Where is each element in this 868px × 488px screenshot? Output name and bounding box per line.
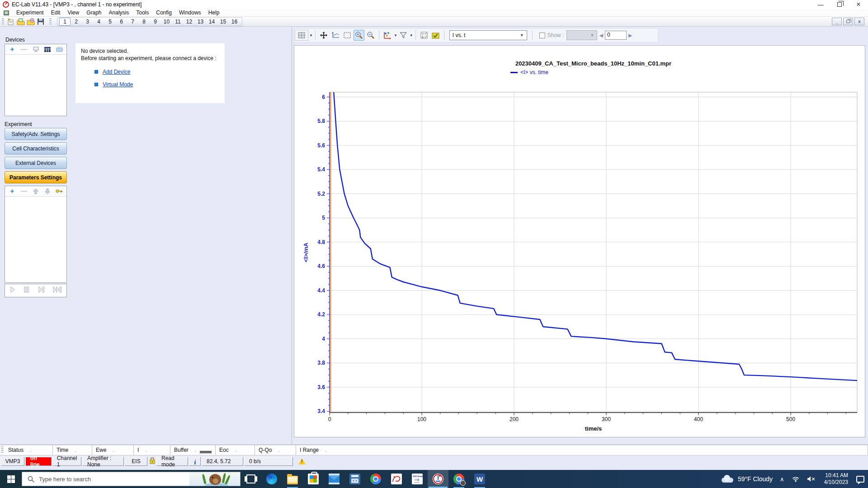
next-arrow-icon[interactable]: ▶ [628,33,632,38]
action-center-icon[interactable] [856,476,864,483]
devices-list[interactable] [5,55,66,113]
wifi-icon[interactable] [792,476,800,482]
add-device-icon[interactable]: + [9,46,16,52]
task-view-button[interactable] [241,470,261,488]
menu-item-graph[interactable]: Graph [83,9,105,16]
mdi-minimize-button[interactable]: _ [832,18,842,25]
chart-plot[interactable]: 01002003004005003.43.63.844.24.44.64.855… [294,46,865,437]
variables-selection-icon[interactable]: VE [419,30,429,41]
restore-button[interactable] [830,0,849,9]
new-experiment-icon[interactable] [6,18,15,26]
filter-icon[interactable] [398,30,409,41]
toolbar-grip [49,18,52,25]
channel-button-8[interactable]: 8 [138,18,150,25]
taskbar-ec-lab[interactable] [428,470,448,488]
taskbar-chrome-profile[interactable] [448,470,469,488]
key-icon[interactable] [56,188,63,194]
status-field-eoc: Eoc [219,447,229,453]
graph-type-combo[interactable]: I vs. t ▼ [449,30,527,40]
device-table-icon[interactable] [44,46,51,52]
minimize-button[interactable]: — [811,0,830,9]
cycle-counter-input[interactable]: 0 [605,31,627,40]
channel-button-11[interactable]: 11 [172,18,184,25]
technique-list[interactable] [5,197,66,282]
zoom-out-icon[interactable] [365,30,376,41]
experiment-button-cell-characteristics[interactable]: Cell Characteristics [5,142,67,155]
channel-button-7[interactable]: 7 [127,18,138,25]
channel-button-16[interactable]: 16 [229,18,240,25]
next-icon[interactable] [38,286,45,293]
channel-button-4[interactable]: 4 [93,18,104,25]
graph-layout-icon[interactable] [295,30,308,41]
clock[interactable]: 10:41 AM 4/10/2023 [824,472,848,486]
channel-button-3[interactable]: 3 [82,18,93,25]
taskbar-edge[interactable] [261,470,282,488]
experiment-button-safety-adv-settings[interactable]: Safety/Adv. Settings [5,128,67,140]
start-button[interactable] [0,470,22,488]
channel-button-5[interactable]: 5 [104,18,116,25]
remove-device-icon[interactable]: — [20,46,28,52]
tray-expand-chevron[interactable]: ∧ [780,476,784,483]
device-firmware-icon[interactable] [56,46,63,52]
menu-item-analysis[interactable]: Analysis [105,9,133,16]
channel-button-9[interactable]: 9 [150,18,161,25]
add-device-link[interactable]: Add Device [103,69,130,75]
taskbar-chrome[interactable] [365,470,386,488]
last-icon[interactable] [53,286,62,293]
pause-icon[interactable] [24,286,30,293]
mdi-close-button[interactable]: x [854,18,864,25]
show-combo[interactable]: ▼ [566,30,597,40]
graph-properties-icon[interactable] [382,30,393,41]
taskbar-search[interactable]: Type here to search [22,472,241,486]
virtual-mode-link[interactable]: Virtual Mode [103,81,133,88]
taskbar-file-explorer[interactable] [282,470,303,488]
move-up-icon[interactable] [32,188,39,194]
add-technique-icon[interactable]: + [9,188,16,194]
pan-icon[interactable] [318,30,329,41]
channel-button-13[interactable]: 13 [195,18,206,25]
menu-item-windows[interactable]: Windows [175,9,205,16]
device-network-icon[interactable] [32,46,39,52]
menu-item-config[interactable]: Config [152,9,175,16]
open-experiment-icon[interactable] [16,18,25,26]
show-checkbox[interactable] [539,33,545,38]
remove-technique-icon[interactable]: — [20,188,28,194]
menu-item-help[interactable]: Help [205,9,223,16]
taskbar-ch-instruments[interactable]: CH Instr. [407,470,428,488]
menu-item-tools[interactable]: Tools [132,9,152,16]
channel-button-6[interactable]: 6 [116,18,127,25]
play-icon[interactable] [9,286,16,293]
mdi-restore-button[interactable] [843,18,853,25]
prev-arrow-icon[interactable]: ◀ [599,33,603,38]
menu-item-edit[interactable]: Edit [47,9,64,16]
taskbar-calculator[interactable] [344,470,365,488]
taskbar-store[interactable] [303,470,324,488]
channel-button-14[interactable]: 14 [206,18,217,25]
taskbar-graph-app[interactable] [386,470,407,488]
channel-button-10[interactable]: 10 [161,18,172,25]
modify-experiment-icon[interactable] [26,18,35,26]
layout-dropdown-arrow[interactable]: ▼ [309,33,313,38]
channel-button-12[interactable]: 12 [184,18,195,25]
volume-muted-icon[interactable] [807,476,816,482]
zoom-in-icon[interactable] [354,30,364,41]
channel-button-2[interactable]: 2 [71,18,82,25]
save-icon[interactable] [36,18,45,26]
filter-dropdown-arrow[interactable]: ▼ [410,33,413,38]
experiment-button-parameters-settings[interactable]: Parameters Settings [5,171,67,183]
channel-button-15[interactable]: 15 [217,18,229,25]
experiment-button-external-devices[interactable]: External Devices [5,157,67,169]
weather-widget[interactable]: 59°F Cloudy [721,475,773,483]
properties-dropdown-arrow[interactable]: ▼ [394,33,397,38]
taskbar-mail[interactable] [324,470,344,488]
move-down-icon[interactable] [44,188,51,194]
taskbar-word[interactable]: W [469,470,490,488]
menu-item-experiment[interactable]: Experiment [13,9,47,16]
zoom-select-icon[interactable] [342,30,353,41]
channel-button-1[interactable]: 1 [59,18,71,26]
menu-item-view[interactable]: View [64,9,83,16]
fit-axes-icon[interactable] [330,30,341,41]
close-button[interactable]: × [849,0,868,9]
search-highlight-image[interactable] [189,472,240,486]
load-graph-style-icon[interactable] [430,30,441,41]
